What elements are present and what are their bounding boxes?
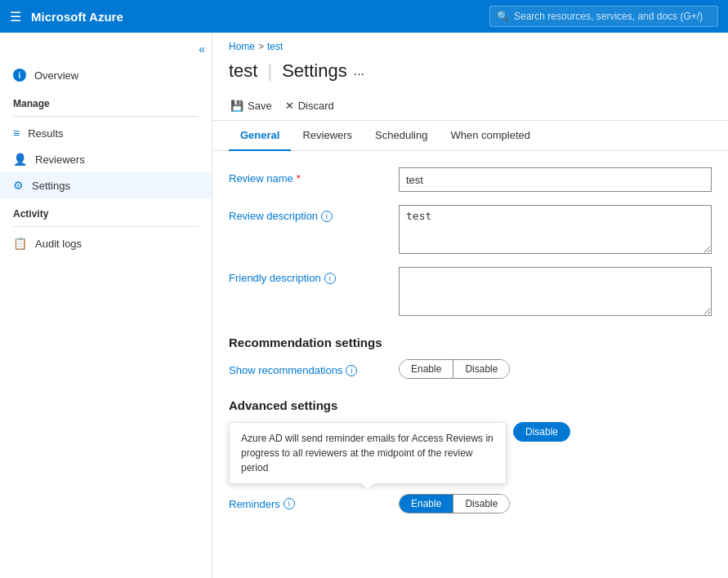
info-icon: i — [13, 69, 26, 82]
review-description-info-icon[interactable]: i — [321, 211, 333, 222]
reminders-enable-button[interactable]: Enable — [400, 495, 453, 513]
reminders-disable-button[interactable]: Disable — [453, 495, 509, 513]
toolbar: 💾 Save ✕ Discard — [212, 91, 728, 121]
save-icon: 💾 — [230, 100, 243, 112]
discard-label: Discard — [298, 100, 334, 112]
review-description-input[interactable]: test — [399, 205, 712, 254]
reminders-info-icon[interactable]: i — [284, 498, 295, 509]
show-recommendations-label: Show recommendations i — [229, 359, 392, 376]
person-icon: 👤 — [13, 153, 27, 166]
main-layout: « i Overview Manage ≡ Results 👤 Reviewer… — [0, 33, 728, 578]
gear-icon: ⚙ — [13, 179, 24, 192]
sidebar-section-manage: Manage — [0, 88, 212, 113]
review-description-row: Review description i test — [229, 205, 712, 254]
breadcrumb: Home > test — [212, 33, 728, 57]
tabs: General Reviewers Scheduling When comple… — [212, 121, 728, 151]
app-title: Microsoft Azure — [31, 10, 480, 24]
sidebar-item-results-label: Results — [28, 127, 63, 140]
show-recommendations-toggle: Enable Disable — [399, 359, 510, 379]
save-label: Save — [248, 100, 272, 112]
sidebar-item-overview-label: Overview — [34, 69, 78, 82]
recommendations-disable-button[interactable]: Disable — [453, 360, 509, 378]
sidebar-divider-2 — [13, 226, 199, 227]
form-area: Review name * Review description i test … — [212, 151, 728, 543]
doc-icon: 📋 — [13, 237, 27, 250]
title-separator: | — [267, 60, 272, 82]
sidebar-item-audit-logs-label: Audit logs — [35, 238, 82, 250]
review-name-label: Review name * — [229, 167, 392, 185]
search-icon: 🔍 — [497, 11, 509, 22]
recommendation-settings-header: Recommendation settings — [229, 336, 712, 349]
page-title: test — [229, 60, 257, 82]
sidebar-item-overview[interactable]: i Overview — [0, 62, 212, 88]
page-subtitle: Settings — [282, 60, 347, 82]
sidebar: « i Overview Manage ≡ Results 👤 Reviewer… — [0, 33, 212, 578]
friendly-description-info-icon[interactable]: i — [324, 273, 336, 284]
tab-when-completed[interactable]: When completed — [439, 121, 542, 151]
review-name-row: Review name * — [229, 167, 712, 192]
discard-icon: ✕ — [285, 100, 294, 112]
search-bar[interactable]: 🔍 Search resources, services, and docs (… — [489, 6, 718, 27]
friendly-description-label: Friendly description i — [229, 267, 392, 284]
tab-reviewers[interactable]: Reviewers — [291, 121, 364, 151]
sidebar-item-audit-logs[interactable]: 📋 Audit logs — [0, 230, 212, 256]
search-placeholder: Search resources, services, and docs (G+… — [514, 11, 703, 22]
page-header: test | Settings ... — [212, 57, 728, 91]
reminders-row: Reminders i Enable Disable — [229, 494, 712, 514]
reminders-label: Reminders i — [229, 498, 392, 510]
tab-general[interactable]: General — [229, 121, 291, 151]
more-options-button[interactable]: ... — [354, 64, 364, 78]
save-button[interactable]: 💾 Save — [229, 96, 274, 115]
tooltip-text: Azure AD will send reminder emails for A… — [241, 433, 494, 474]
sidebar-item-reviewers[interactable]: 👤 Reviewers — [0, 146, 212, 172]
advanced-disable-button[interactable]: Disable — [513, 422, 570, 442]
review-description-label: Review description i — [229, 205, 392, 222]
breadcrumb-home[interactable]: Home — [229, 41, 255, 52]
list-icon: ≡ — [13, 127, 20, 140]
hamburger-icon[interactable]: ☰ — [10, 9, 21, 24]
breadcrumb-resource[interactable]: test — [267, 41, 283, 52]
sidebar-section-activity: Activity — [0, 198, 212, 223]
show-recommendations-info-icon[interactable]: i — [346, 365, 357, 376]
sidebar-divider — [13, 116, 199, 117]
reminders-toggle: Enable Disable — [399, 494, 510, 514]
sidebar-item-settings[interactable]: ⚙ Settings — [0, 172, 212, 198]
tab-scheduling[interactable]: Scheduling — [364, 121, 439, 151]
sidebar-item-reviewers-label: Reviewers — [35, 153, 85, 166]
collapse-sidebar-button[interactable]: « — [199, 42, 205, 56]
advanced-settings-header: Advanced settings — [229, 398, 712, 412]
show-recommendations-row: Show recommendations i Enable Disable — [229, 359, 712, 379]
tooltip-popup: Azure AD will send reminder emails for A… — [229, 422, 507, 484]
breadcrumb-sep: > — [258, 41, 264, 52]
recommendations-enable-button[interactable]: Enable — [400, 360, 453, 378]
sidebar-item-results[interactable]: ≡ Results — [0, 120, 212, 146]
topbar: ☰ Microsoft Azure 🔍 Search resources, se… — [0, 0, 728, 33]
sidebar-item-settings-label: Settings — [32, 180, 70, 192]
required-indicator: * — [297, 172, 301, 185]
discard-button[interactable]: ✕ Discard — [284, 96, 336, 115]
friendly-description-row: Friendly description i — [229, 267, 712, 316]
friendly-description-input[interactable] — [399, 267, 712, 316]
content-area: Home > test test | Settings ... 💾 Save ✕… — [212, 33, 728, 578]
review-name-input[interactable] — [399, 167, 712, 192]
